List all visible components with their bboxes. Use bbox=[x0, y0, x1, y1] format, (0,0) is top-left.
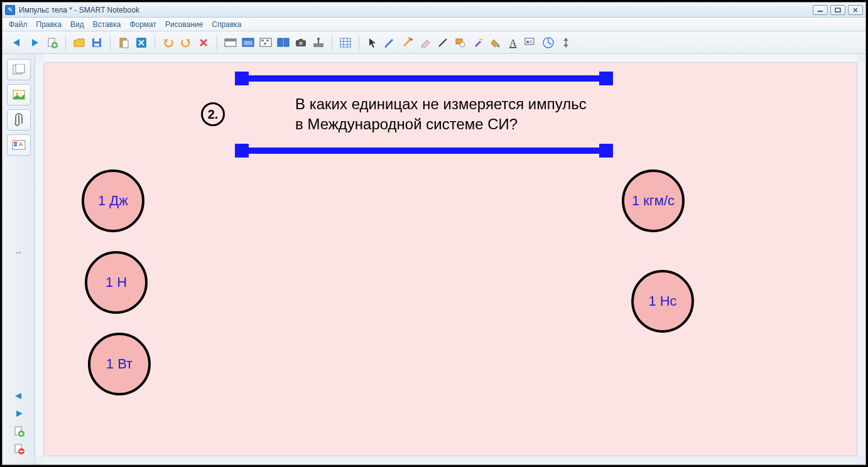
eraser-button[interactable] bbox=[418, 36, 432, 50]
shape-tool-button[interactable] bbox=[453, 36, 467, 50]
answer-option-2[interactable]: 1 Н bbox=[85, 251, 148, 314]
svg-rect-30 bbox=[299, 39, 303, 41]
svg-rect-34 bbox=[340, 38, 350, 47]
svg-rect-22 bbox=[260, 38, 271, 46]
pen-tool-button[interactable] bbox=[383, 36, 397, 50]
page-canvas[interactable]: 2. В каких единицах не измеряется импуль… bbox=[44, 63, 857, 456]
document-camera-button[interactable] bbox=[312, 36, 325, 50]
answer-option-5[interactable]: 1 Нс bbox=[631, 270, 694, 333]
page-sorter-tab[interactable] bbox=[7, 59, 31, 80]
svg-rect-53 bbox=[14, 142, 17, 144]
dual-page-button[interactable] bbox=[276, 36, 290, 50]
svg-point-43 bbox=[460, 42, 465, 47]
svg-rect-23 bbox=[261, 40, 264, 41]
properties-tab[interactable]: A bbox=[7, 134, 31, 156]
next-page-button[interactable] bbox=[28, 36, 41, 50]
svg-rect-12 bbox=[122, 40, 128, 48]
answer-option-4[interactable]: 1 кгм/с bbox=[622, 169, 685, 232]
measurement-button[interactable] bbox=[541, 36, 555, 50]
titlebar: ✎ Импульс тела * - SMART Notebook bbox=[3, 3, 865, 18]
screen-capture-button[interactable] bbox=[294, 36, 308, 50]
move-toolbar-button[interactable] bbox=[559, 36, 573, 50]
open-button[interactable] bbox=[72, 36, 86, 50]
canvas-wrap: 2. В каких единицах не измеряется импуль… bbox=[35, 54, 865, 464]
redo-button[interactable] bbox=[179, 36, 193, 50]
menu-file[interactable]: Файл bbox=[9, 20, 28, 29]
svg-point-29 bbox=[299, 41, 303, 45]
full-screen-button[interactable] bbox=[241, 36, 255, 50]
separator bbox=[332, 35, 332, 50]
frame-bar-top[interactable] bbox=[239, 75, 609, 82]
prev-page-button[interactable] bbox=[10, 36, 24, 50]
separator bbox=[110, 35, 111, 50]
svg-point-51 bbox=[16, 92, 18, 95]
transparent-background-button[interactable] bbox=[259, 36, 273, 50]
add-page-button[interactable] bbox=[45, 36, 59, 50]
content-area: A ↔ 2. В каких единица bbox=[3, 54, 865, 464]
fill-tool-button[interactable] bbox=[489, 36, 502, 50]
svg-rect-31 bbox=[313, 43, 323, 47]
question-number[interactable]: 2. bbox=[201, 102, 225, 126]
svg-rect-10 bbox=[94, 43, 99, 46]
creative-pen-button[interactable] bbox=[401, 36, 415, 50]
svg-rect-25 bbox=[264, 43, 266, 45]
ruler-corner bbox=[857, 54, 865, 63]
app-icon: ✎ bbox=[5, 5, 15, 15]
select-tool-button[interactable] bbox=[366, 36, 379, 50]
sidebar-delete-button[interactable] bbox=[11, 443, 26, 454]
cut-button[interactable] bbox=[134, 36, 148, 50]
properties-button[interactable]: ■A bbox=[524, 36, 538, 50]
svg-text:A: A bbox=[509, 38, 517, 48]
separator bbox=[155, 35, 155, 50]
scrollbar-vertical[interactable] bbox=[857, 63, 865, 456]
ruler-corner bbox=[857, 456, 865, 464]
sidebar-add-button[interactable] bbox=[11, 426, 26, 437]
sidebar-prev-button[interactable] bbox=[11, 390, 26, 402]
toolbar: A ■A bbox=[3, 31, 865, 54]
question-text[interactable]: В каких единицах не измеряется импульс в… bbox=[295, 94, 597, 135]
paste-button[interactable] bbox=[117, 36, 131, 50]
sidebar: A ↔ bbox=[3, 54, 35, 464]
menu-view[interactable]: Вид bbox=[70, 20, 84, 29]
menubar: Файл Правка Вид Вставка Формат Рисование… bbox=[3, 18, 865, 31]
menu-format[interactable]: Формат bbox=[129, 20, 156, 29]
separator bbox=[217, 35, 217, 50]
delete-button[interactable] bbox=[197, 36, 210, 50]
svg-rect-9 bbox=[94, 38, 99, 41]
frame-bar-bottom[interactable] bbox=[239, 148, 609, 154]
svg-rect-19 bbox=[225, 39, 236, 41]
maximize-button[interactable] bbox=[830, 5, 845, 15]
app-window: ✎ Импульс тела * - SMART Notebook Файл П… bbox=[2, 2, 866, 465]
svg-rect-26 bbox=[278, 38, 283, 46]
gallery-tab[interactable] bbox=[7, 84, 31, 105]
menu-draw[interactable]: Рисование bbox=[165, 20, 203, 29]
line-tool-button[interactable] bbox=[436, 36, 450, 50]
question-frame: 2. В каких единицах не измеряется импуль… bbox=[239, 75, 609, 154]
window-controls bbox=[813, 5, 863, 15]
ruler-corner bbox=[35, 456, 44, 464]
svg-point-33 bbox=[317, 38, 320, 40]
scrollbar-horizontal[interactable] bbox=[44, 456, 857, 464]
menu-help[interactable]: Справка bbox=[212, 20, 241, 29]
menu-edit[interactable]: Правка bbox=[36, 20, 62, 29]
answer-option-3[interactable]: 1 Вт bbox=[88, 333, 151, 395]
minimize-button[interactable] bbox=[813, 5, 828, 15]
menu-insert[interactable]: Вставка bbox=[93, 20, 121, 29]
svg-point-39 bbox=[410, 38, 413, 41]
magic-pen-button[interactable] bbox=[471, 36, 485, 50]
separator bbox=[65, 35, 66, 50]
svg-text:■A: ■A bbox=[526, 39, 533, 45]
separator bbox=[359, 35, 359, 50]
screen-shade-button[interactable] bbox=[224, 36, 237, 50]
save-button[interactable] bbox=[90, 36, 104, 50]
table-button[interactable] bbox=[339, 36, 352, 50]
close-button[interactable] bbox=[848, 5, 863, 15]
answer-option-1[interactable]: 1 Дж bbox=[82, 169, 144, 232]
question-body: 2. В каких единицах не измеряется импуль… bbox=[239, 82, 609, 148]
text-tool-button[interactable]: A bbox=[506, 36, 520, 50]
resize-handle-icon[interactable]: ↔ bbox=[14, 247, 23, 257]
attachments-tab[interactable] bbox=[7, 109, 31, 131]
sidebar-next-button[interactable] bbox=[11, 408, 26, 419]
svg-rect-49 bbox=[16, 64, 24, 73]
undo-button[interactable] bbox=[161, 36, 175, 50]
